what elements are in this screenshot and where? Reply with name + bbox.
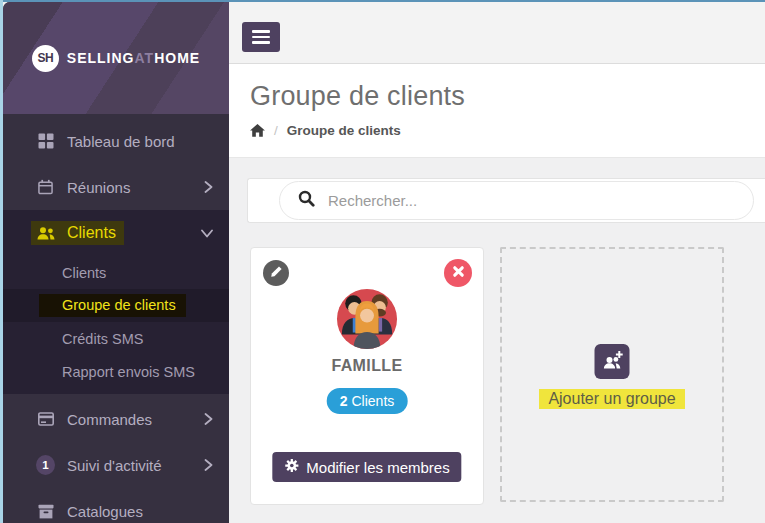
chevron-right-icon: [204, 181, 213, 193]
client-count-label: Clients: [352, 393, 395, 409]
sidebar-subitem-clients[interactable]: Clients: [3, 256, 229, 289]
sidebar-item-activity[interactable]: 1 Suivi d'activité: [3, 442, 229, 488]
brand-logo[interactable]: SH SELLINGATHOME: [3, 2, 229, 114]
sidebar-sublabel-clients: Clients: [62, 265, 106, 281]
client-count: 2: [340, 393, 348, 409]
sidebar-subitem-sms-credits[interactable]: Crédits SMS: [3, 322, 229, 355]
dashboard-icon: [36, 133, 55, 149]
modify-members-label: Modifier les membres: [306, 459, 449, 476]
sidebar-item-clients[interactable]: Clients: [3, 210, 229, 256]
users-icon: [36, 226, 55, 241]
pencil-icon: [270, 265, 283, 281]
chevron-right-icon: [204, 413, 213, 425]
chevron-right-icon: [204, 459, 213, 471]
content-area: FAMILLE 2Clients Modifier les membres Aj…: [229, 158, 765, 523]
group-name: FAMILLE: [251, 357, 483, 375]
sidebar-item-dashboard[interactable]: Tableau de bord: [3, 118, 229, 164]
clients-highlight: Clients: [31, 221, 124, 245]
add-group-label-wrap: Ajouter un groupe: [502, 390, 722, 408]
sidebar-sublabel-sms-credits: Crédits SMS: [62, 331, 143, 347]
hamburger-icon: [252, 30, 270, 33]
group-card: FAMILLE 2Clients Modifier les membres: [250, 247, 484, 505]
sidebar-subitem-client-groups[interactable]: Groupe de clients: [3, 289, 229, 322]
sidebar-clients-section: Clients Clients Groupe de clients Crédit…: [3, 210, 229, 394]
sidebar-subitem-sms-report[interactable]: Rapport envois SMS: [3, 355, 229, 388]
sidebar-item-orders[interactable]: Commandes: [3, 396, 229, 442]
home-icon[interactable]: [250, 124, 265, 137]
app-window: SH SELLINGATHOME Tableau de bord Réunion…: [0, 0, 765, 523]
sidebar-label-meetings: Réunions: [67, 179, 130, 196]
archive-icon: [36, 504, 55, 519]
close-icon: [452, 265, 465, 281]
activity-count-badge: 1: [36, 455, 55, 475]
sidebar-label-clients: Clients: [67, 224, 116, 242]
sidebar-label-dashboard: Tableau de bord: [67, 133, 175, 150]
add-group-button[interactable]: [595, 344, 630, 379]
add-group-dropzone[interactable]: Ajouter un groupe: [500, 247, 724, 502]
group-avatar: [336, 288, 398, 350]
calendar-icon: [36, 179, 55, 195]
client-count-badge[interactable]: 2Clients: [327, 388, 408, 414]
top-navbar: [229, 2, 765, 64]
sidebar: SH SELLINGATHOME Tableau de bord Réunion…: [3, 2, 229, 523]
sidebar-label-activity: Suivi d'activité: [67, 457, 162, 474]
sidebar-label-orders: Commandes: [67, 411, 152, 428]
brand-abbr: SH: [38, 51, 54, 65]
search-panel: [247, 178, 765, 223]
sidebar-toggle-button[interactable]: [242, 22, 280, 52]
search-box: [279, 181, 754, 220]
page-header: Groupe de clients / Groupe de clients: [229, 64, 765, 158]
sidebar-label-catalogs: Catalogues: [67, 503, 143, 520]
gear-icon: [284, 458, 299, 476]
breadcrumb-separator: /: [274, 123, 278, 138]
add-group-label: Ajouter un groupe: [539, 389, 684, 409]
sidebar-item-meetings[interactable]: Réunions: [3, 164, 229, 210]
brand-circle-icon: SH: [32, 45, 59, 72]
client-groups-highlight: Groupe de clients: [39, 294, 186, 317]
add-group-icon: [601, 350, 623, 374]
chevron-down-icon: [201, 229, 213, 238]
page-title: Groupe de clients: [250, 64, 765, 112]
window-border-left: [0, 0, 3, 523]
sidebar-item-catalogs[interactable]: Catalogues: [3, 488, 229, 523]
brand-name: SELLINGATHOME: [67, 50, 200, 66]
search-icon: [298, 190, 315, 211]
modify-members-button[interactable]: Modifier les membres: [272, 452, 461, 482]
sidebar-sublabel-sms-report: Rapport envois SMS: [62, 364, 195, 380]
delete-group-button[interactable]: [444, 259, 472, 287]
breadcrumb-current: Groupe de clients: [287, 123, 401, 138]
edit-group-button[interactable]: [263, 260, 289, 286]
search-input[interactable]: [328, 192, 737, 209]
credit-card-icon: [36, 412, 55, 426]
breadcrumb: / Groupe de clients: [250, 123, 765, 138]
